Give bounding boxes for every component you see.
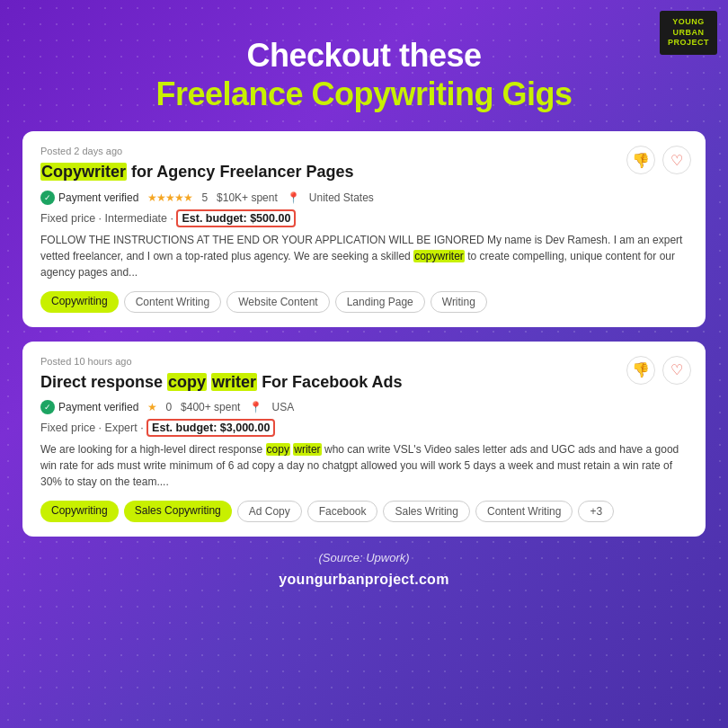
save-button-1[interactable]: ♡ [662, 146, 691, 174]
tag-ad-copy-2[interactable]: Ad Copy [237, 501, 302, 522]
divider-2: 📍 [249, 401, 262, 413]
logo-line1: YOUNG [672, 17, 705, 26]
job-title-1: Copywriter for Agency Freelancer Pages [40, 162, 688, 182]
verified-label-1: Payment verified [58, 191, 138, 204]
card-meta-2: ✓ Payment verified ★ 0 $400+ spent 📍 USA [40, 400, 688, 414]
star-count-2: 0 [165, 401, 172, 413]
location-1: United States [309, 191, 374, 204]
desc-highlight-2b: writer [293, 443, 321, 456]
job-card-2: Posted 10 hours ago Direct response copy… [22, 342, 706, 537]
location-2: USA [271, 401, 294, 413]
tag-copywriting-1[interactable]: Copywriting [40, 291, 119, 313]
header: Checkout these Freelance Copywriting Gig… [0, 0, 728, 131]
tags-1: Copywriting Content Writing Website Cont… [40, 291, 688, 313]
tag-more-2[interactable]: +3 [578, 501, 614, 522]
verified-label-2: Payment verified [58, 401, 138, 413]
tag-sales-copywriting-2[interactable]: Sales Copywriting [124, 501, 232, 522]
posted-time-1: Posted 2 days ago [40, 146, 688, 156]
star-count-1: 5 [201, 191, 208, 204]
logo-line2: URBAN [672, 28, 704, 37]
budget-line-2: Fixed price · Expert · Est. budget: $3,0… [40, 422, 688, 434]
spent-2: $400+ spent [181, 401, 240, 413]
tag-content-writing-2[interactable]: Content Writing [475, 501, 573, 522]
spent-1: $10K+ spent [217, 191, 278, 204]
header-subtitle: Freelance Copywriting Gigs [18, 75, 710, 113]
budget-amount-2: Est. budget: $3,000.00 [146, 419, 275, 437]
website-url: youngurbanproject.com [279, 568, 448, 599]
payment-verified-2: ✓ Payment verified [40, 400, 138, 414]
tag-website-content-1[interactable]: Website Content [226, 291, 330, 313]
stars-1: ★★★★★ [147, 191, 192, 204]
header-title: Checkout these [18, 36, 710, 75]
budget-prefix-1: Fixed price · Intermediate · [40, 212, 176, 225]
verified-icon-1: ✓ [40, 191, 55, 205]
card-description-2: We are looking for a high-level direct r… [40, 441, 688, 490]
card-meta-1: ✓ Payment verified ★★★★★ 5 $10K+ spent 📍… [40, 191, 688, 205]
tag-landing-page-1[interactable]: Landing Page [335, 291, 425, 313]
stars-2: ★ [147, 401, 156, 413]
source-label: (Source: Upwork) [318, 546, 409, 568]
dislike-button-1[interactable]: 👎 [626, 146, 655, 174]
job-title-2: Direct response copy writer For Facebook… [40, 372, 688, 393]
tag-copywriting-2[interactable]: Copywriting [40, 501, 119, 522]
budget-amount-1: Est. budget: $500.00 [176, 209, 296, 227]
tags-2: Copywriting Sales Copywriting Ad Copy Fa… [40, 501, 688, 522]
title-before-2: Direct response [40, 373, 167, 391]
job-card-1: Posted 2 days ago Copywriter for Agency … [22, 131, 706, 326]
title-highlight-1: Copywriter [40, 163, 127, 181]
desc-highlight-2a: copy [266, 443, 290, 456]
tag-sales-writing-2[interactable]: Sales Writing [383, 501, 469, 522]
title-rest-1: for Agency Freelancer Pages [127, 163, 353, 181]
title-highlight-2b: writer [211, 373, 257, 391]
tag-content-writing-1[interactable]: Content Writing [124, 291, 221, 313]
divider-1: 📍 [287, 191, 300, 204]
tag-writing-1[interactable]: Writing [431, 291, 487, 313]
desc-highlight-1: copywriter [413, 250, 465, 262]
tag-facebook-2[interactable]: Facebook [307, 501, 378, 522]
budget-line-1: Fixed price · Intermediate · Est. budget… [40, 212, 688, 225]
card-actions-2: 👎 ♡ [626, 356, 691, 385]
title-after-2: For Facebook Ads [257, 373, 402, 391]
card-description-1: FOLLOW THE INSTRUCTIONS AT THE END OR YO… [40, 232, 688, 280]
logo: YOUNG URBAN PROJECT [660, 11, 717, 55]
logo-line3: PROJECT [668, 38, 709, 47]
cards-container: Posted 2 days ago Copywriter for Agency … [22, 131, 706, 546]
posted-time-2: Posted 10 hours ago [40, 356, 688, 367]
payment-verified-1: ✓ Payment verified [40, 191, 138, 205]
dislike-button-2[interactable]: 👎 [626, 356, 655, 385]
save-button-2[interactable]: ♡ [662, 356, 691, 385]
card-actions-1: 👎 ♡ [626, 146, 691, 174]
budget-prefix-2: Fixed price · Expert · [40, 422, 146, 434]
title-highlight-2a: copy [167, 373, 207, 391]
verified-icon-2: ✓ [40, 400, 55, 414]
